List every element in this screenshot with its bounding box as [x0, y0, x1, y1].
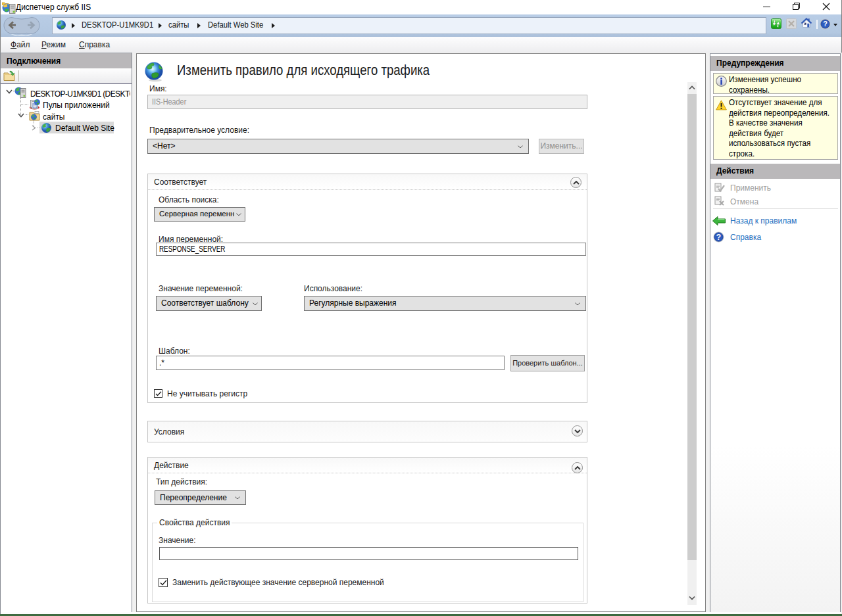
- svg-text:?: ?: [823, 20, 828, 28]
- svg-text:?: ?: [716, 233, 721, 242]
